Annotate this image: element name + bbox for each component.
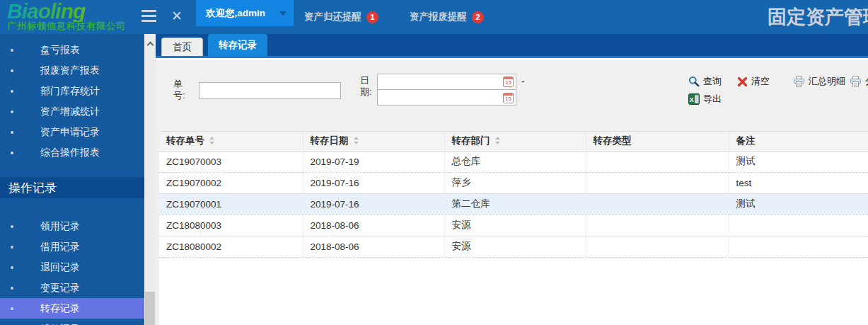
chevron-down-icon (279, 11, 287, 16)
printer-icon (793, 76, 805, 87)
content-panel: 单号: 日期: 15 15 - 查询 清空 (156, 60, 868, 325)
close-icon[interactable]: ✕ (171, 7, 183, 25)
query-button[interactable]: 查询 (688, 75, 722, 88)
scrollbar-thumb[interactable] (145, 292, 155, 325)
filter-form: 单号: 日期: 15 15 - 查询 清空 (156, 60, 868, 131)
sidebar-item-tuihui-records[interactable]: 退回记录 (0, 257, 144, 278)
table-cell (586, 172, 729, 193)
date-range-separator: - (521, 76, 525, 87)
calendar-icon[interactable]: 15 (503, 76, 514, 87)
table-cell (586, 193, 729, 215)
table-cell: ZC19070003 (159, 151, 303, 172)
table-cell: ZC18080003 (159, 215, 303, 236)
table-cell (729, 236, 868, 257)
sidebar-item-dept-stock-stats[interactable]: 部门库存统计 (0, 81, 144, 101)
date-range-fields: 15 15 (377, 74, 516, 106)
tab-label: 转存记录 (219, 39, 257, 52)
column-header-2[interactable]: 转存部门 (444, 132, 586, 151)
table-cell: 萍乡 (444, 172, 586, 193)
bullet-icon (11, 152, 13, 154)
bullet-icon (11, 90, 13, 93)
sidebar-item-label: 领用记录 (40, 220, 80, 233)
sidebar-item-pankui-report[interactable]: 盘亏报表 (0, 40, 144, 60)
sidebar-section-operation-records[interactable]: 操作记录 (0, 177, 144, 198)
sidebar-item-lingyong-records[interactable]: 领用记录 (0, 216, 144, 236)
table-row[interactable]: ZC180800022018-08-06安源 (159, 236, 868, 257)
column-label: 转存日期 (311, 135, 349, 146)
column-header-0[interactable]: 转存单号 (159, 132, 303, 151)
sidebar-item-zhuancun-records[interactable]: 转存记录 (0, 298, 144, 319)
sidebar-item-baofei-asset-report[interactable]: 报废资产报表 (0, 60, 144, 81)
bullet-icon (11, 287, 13, 290)
app-title: 固定资产管理系统 (768, 4, 868, 30)
notification-group: 资产归还提醒 1 资产报废提醒 2 (304, 0, 484, 34)
table-cell (729, 215, 868, 236)
reminder-count-badge: 1 (366, 11, 378, 23)
sidebar-item-biangeng-records[interactable]: 变更记录 (0, 278, 144, 298)
printer-icon (850, 76, 862, 87)
table-cell: 安源 (444, 236, 586, 257)
table-cell: 安源 (444, 215, 586, 236)
date-to-input[interactable] (377, 89, 516, 106)
table-row[interactable]: ZC190700022019-07-16萍乡test (159, 172, 868, 193)
sidebar-item-label: 资产申请记录 (40, 126, 100, 139)
clipped-print-button[interactable]: 分 (850, 75, 868, 88)
sidebar-menu: 盘盈报表盘亏报表报废资产报表部门库存统计资产增减统计资产申请记录综合操作报表操作… (0, 34, 144, 325)
bullet-icon (11, 266, 13, 269)
order-no-label: 单号: (173, 79, 186, 101)
tab-bar: 首页 转存记录 (156, 34, 868, 58)
table-row[interactable]: ZC190700012019-07-16第二仓库测试 (159, 193, 868, 215)
fixed-asset-app: 盘盈报表盘亏报表报废资产报表部门库存统计资产增减统计资产申请记录综合操作报表操作… (0, 0, 868, 325)
asset-return-reminder[interactable]: 资产归还提醒 1 (304, 11, 378, 23)
date-label: 日期: (360, 75, 373, 98)
column-header-1[interactable]: 转存日期 (303, 132, 444, 151)
column-label: 转存单号 (166, 135, 204, 146)
column-label: 转存部门 (452, 135, 490, 146)
sidebar-item-jieyong-records[interactable]: 借用记录 (0, 236, 144, 257)
bullet-icon (11, 49, 13, 52)
clear-label: 清空 (751, 75, 770, 88)
sidebar-item-asset-apply-records[interactable]: 资产申请记录 (0, 122, 144, 142)
table-cell: 测试 (729, 151, 868, 172)
welcome-label: 欢迎您,admin (206, 7, 265, 20)
sidebar-item-weixiu-records[interactable]: 维修记录 (0, 319, 144, 325)
records-table: 转存单号转存日期转存部门转存类型备注 ZC190700032019-07-19总… (159, 131, 868, 325)
user-dropdown[interactable]: 欢迎您,admin (196, 0, 294, 26)
reminder-count-badge: 2 (472, 11, 484, 23)
sidebar-item-asset-change-stats[interactable]: 资产增减统计 (0, 101, 144, 122)
sidebar: 盘盈报表盘亏报表报废资产报表部门库存统计资产增减统计资产申请记录综合操作报表操作… (0, 34, 144, 325)
tab-home[interactable]: 首页 (161, 38, 203, 56)
table-cell: 2019-07-16 (303, 172, 444, 193)
reminder-label: 资产报废提醒 (410, 11, 467, 23)
calendar-icon[interactable]: 15 (503, 93, 514, 103)
summary-detail-button[interactable]: 汇总明细 (793, 75, 845, 88)
order-no-input[interactable] (199, 82, 341, 99)
tab-label: 首页 (173, 41, 192, 54)
clear-button[interactable]: 清空 (737, 75, 770, 88)
bullet-icon (11, 225, 13, 228)
bullet-icon (11, 131, 13, 134)
table-row[interactable]: ZC180800032018-08-06安源 (159, 215, 868, 236)
bullet-icon (11, 246, 13, 249)
sort-icon (353, 137, 359, 144)
company-logo: Biaoling 广州标顿信息科技有限公司 (7, 1, 126, 33)
asset-scrap-reminder[interactable]: 资产报废提醒 2 (410, 11, 484, 23)
table-cell: ZC18080002 (159, 236, 303, 257)
scroll-up-button[interactable] (144, 34, 156, 52)
table-cell: 总仓库 (444, 151, 586, 172)
sidebar-item-comprehensive-report[interactable]: 综合操作报表 (0, 142, 144, 163)
table-cell: 测试 (729, 193, 868, 215)
tab-zhuancun-records[interactable]: 转存记录 (208, 34, 267, 56)
date-from-input[interactable] (377, 74, 516, 90)
table-row[interactable]: ZC190700032019-07-19总仓库测试 (159, 151, 868, 172)
table-body: ZC190700032019-07-19总仓库测试ZC190700022019-… (159, 151, 868, 257)
sidebar-item-panying-report[interactable]: 盘盈报表 (0, 34, 144, 40)
main-area: 首页 转存记录 单号: 日期: 15 15 - 查询 (156, 34, 868, 325)
bullet-icon (11, 307, 13, 310)
menu-toggle-button[interactable] (141, 10, 156, 22)
export-button[interactable]: X 导出 (688, 93, 722, 106)
table-cell: 2019-07-19 (303, 151, 444, 172)
column-label: 转存类型 (594, 135, 632, 146)
chevron-up-icon (146, 41, 154, 48)
red-x-icon (737, 76, 748, 87)
